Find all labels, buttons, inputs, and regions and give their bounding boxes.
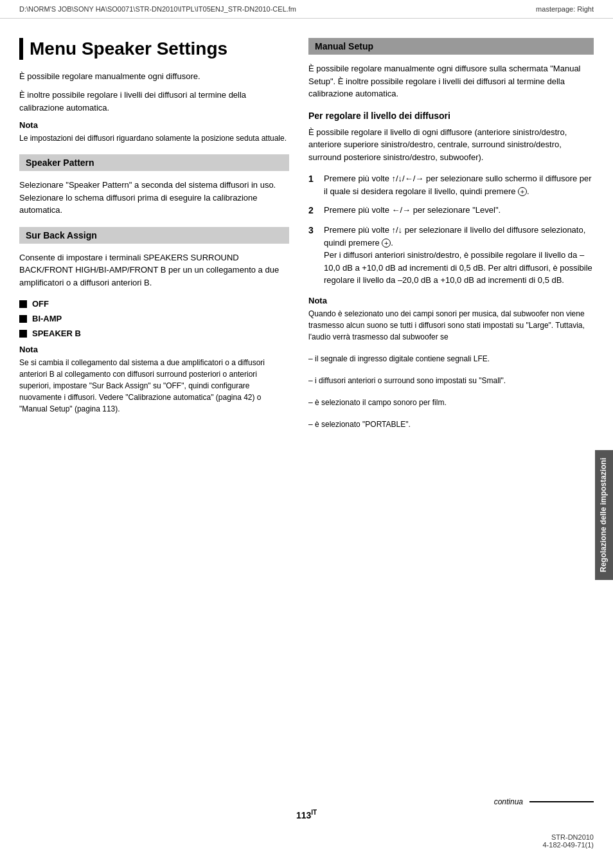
side-tab-text: Regolazione delle impostazioni xyxy=(599,458,608,572)
step-3: 3 Premere più volte ↑/↓ per selezionare … xyxy=(308,224,594,287)
right-note-bullet-0: – il segnale di ingresso digitale contie… xyxy=(308,353,594,365)
page-title: Menu Speaker Settings xyxy=(19,38,289,60)
step-2: 2 Premere più volte ←/→ per selezionare … xyxy=(308,204,594,217)
bullet-off-label: OFF xyxy=(32,299,49,309)
manual-setup-header: Manual Setup xyxy=(308,38,594,55)
right-note-bullet-1: – i diffusori anteriori o surround sono … xyxy=(308,375,594,386)
continua-rule xyxy=(529,801,594,802)
continua-text: continua xyxy=(494,797,523,806)
bullet-square-icon xyxy=(19,300,27,308)
model-info: STR-DN2010 4-182-049-71(1) xyxy=(19,833,594,849)
header-bar: D:\NORM'S JOB\SONY HA\SO0071\STR-DN2010\… xyxy=(0,0,613,19)
step-1-text: Premere più volte ↑/↓/←/→ per selezionar… xyxy=(324,172,594,197)
step-2-text: Premere più volte ←/→ per selezionare "L… xyxy=(324,204,594,217)
right-note-bullet-2: – è selezionato il campo sonoro per film… xyxy=(308,397,594,408)
sub-heading-level: Per regolare il livello dei diffusori xyxy=(308,111,594,121)
speaker-pattern-header: Speaker Pattern xyxy=(19,154,289,171)
bullet-biamp-label: BI-AMP xyxy=(32,314,62,323)
step-1-num: 1 xyxy=(308,172,319,186)
right-note-label: Nota xyxy=(308,296,594,305)
step-2-num: 2 xyxy=(308,204,319,217)
bullet-square-icon xyxy=(19,315,27,323)
model-name: STR-DN2010 xyxy=(551,833,594,841)
page-superscript: IT xyxy=(311,809,317,816)
speaker-pattern-content: Selezionare "Speaker Pattern" a seconda … xyxy=(19,179,289,217)
step-1: 1 Premere più volte ↑/↓/←/→ per selezion… xyxy=(308,172,594,197)
continua-line: continua xyxy=(19,797,594,806)
page-number: 113IT xyxy=(19,809,594,820)
bullet-speakerb-label: SPEAKER B xyxy=(32,329,81,338)
bullet-off: OFF xyxy=(19,299,289,309)
side-tab: Regolazione delle impostazioni xyxy=(595,450,613,580)
sub-content-level: È possibile regolare il livello di ogni … xyxy=(308,126,594,164)
part-number: 4-182-049-71(1) xyxy=(543,841,594,849)
circle-plus-icon: + xyxy=(382,239,391,248)
footer: continua 113IT STR-DN2010 4-182-049-71(1… xyxy=(0,797,613,849)
bullet-square-icon xyxy=(19,330,27,338)
steps-list: 1 Premere più volte ↑/↓/←/→ per selezion… xyxy=(308,172,594,287)
right-column: Manual Setup È possibile regolare manual… xyxy=(308,38,594,440)
intro-text-1: È possibile regolare manualmente ogni di… xyxy=(19,70,289,83)
bullet-biamp: BI-AMP xyxy=(19,314,289,323)
right-note-intro: Quando è selezionato uno dei campi sonor… xyxy=(308,308,594,343)
step-3-text: Premere più volte ↑/↓ per selezionare il… xyxy=(324,224,594,287)
masterpage-label: masterpage: Right xyxy=(536,5,594,13)
circle-plus-icon: + xyxy=(518,187,527,196)
manual-setup-intro: È possibile regolare manualmente ogni di… xyxy=(308,62,594,100)
sur-note-text: Se si cambia il collegamento dal sistema… xyxy=(19,357,289,415)
step-3-num: 3 xyxy=(308,224,319,237)
sur-note-label: Nota xyxy=(19,345,289,354)
page-wrapper: D:\NORM'S JOB\SONY HA\SO0071\STR-DN2010\… xyxy=(0,0,613,868)
left-note-text: Le impostazioni dei diffusori riguardano… xyxy=(19,132,289,144)
sur-back-assign-content: Consente di impostare i terminali SPEAKE… xyxy=(19,251,289,289)
page-num-value: 113 xyxy=(296,810,311,820)
right-note-bullet-3: – è selezionato "PORTABLE". xyxy=(308,419,594,430)
bullet-speakerb: SPEAKER B xyxy=(19,329,289,338)
main-content: Menu Speaker Settings È possibile regola… xyxy=(0,19,613,453)
file-path: D:\NORM'S JOB\SONY HA\SO0071\STR-DN2010\… xyxy=(19,5,296,13)
intro-text-2: È inoltre possibile regolare i livelli d… xyxy=(19,89,289,114)
left-column: Menu Speaker Settings È possibile regola… xyxy=(19,38,289,440)
left-note-label: Nota xyxy=(19,120,289,130)
sur-back-assign-header: Sur Back Assign xyxy=(19,227,289,244)
